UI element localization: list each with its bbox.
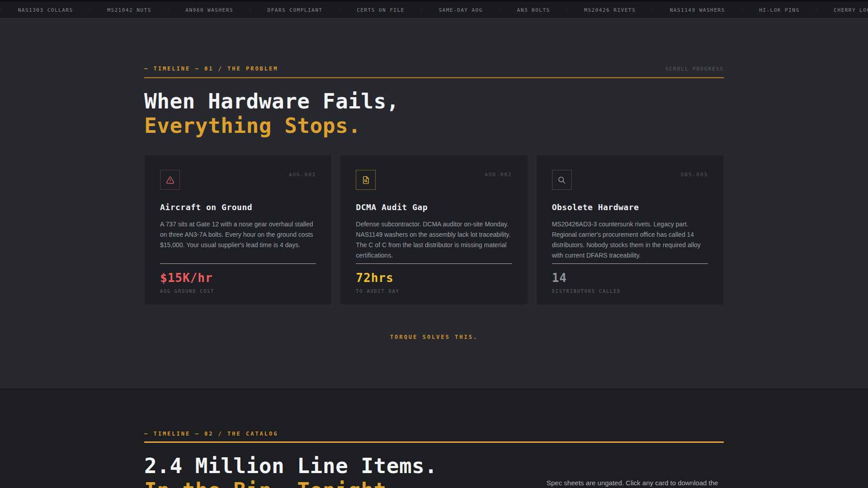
ticker-item: NAS1303 COLLARS: [2, 7, 90, 13]
card-stat-label: AOG GROUND COST: [160, 289, 316, 294]
magnifier-icon: [552, 170, 572, 190]
card-divider: [356, 263, 512, 264]
card-id-badge: AUD-002: [485, 170, 512, 178]
card-id-badge: OBS-003: [681, 170, 708, 178]
scroll-progress-label: SCROLL PROGRESS: [665, 66, 724, 72]
catalog-side-note: Spec sheets are ungated. Click any card …: [547, 478, 724, 488]
card-id-badge: AOG-001: [289, 170, 316, 178]
card-body-text: A 737 sits at Gate 12 with a nose gear o…: [160, 219, 316, 263]
section-the-catalog: — TIMELINE — 02 / THE CATALOG 2.4 Millio…: [0, 388, 868, 488]
card-stat-value: 72hrs: [356, 271, 512, 285]
file-search-icon: [356, 170, 376, 190]
card-body-text: Defense subcontractor. DCMA auditor on-s…: [356, 219, 512, 263]
card-stat-value: 14: [552, 271, 708, 285]
card-divider: [552, 263, 708, 264]
card-title: Obsolete Hardware: [552, 202, 708, 212]
card-body-text: MS20426AD3-3 countersunk rivets. Legacy …: [552, 219, 708, 263]
card-title: DCMA Audit Gap: [356, 202, 512, 212]
problem-card-obsolete-hardware: OBS-003 Obsolete Hardware MS20426AD3-3 c…: [536, 155, 724, 305]
problem-card-dcma-audit-gap: AUD-002 DCMA Audit Gap Defense subcontra…: [340, 155, 528, 305]
section-accent-rule: [144, 441, 724, 443]
ticker-item: AN960 WASHERS: [169, 7, 250, 13]
problem-card-aircraft-on-ground: AOG-001 Aircraft on Ground A 737 sits at…: [144, 155, 332, 305]
problem-heading: When Hardware Fails, Everything Stops.: [144, 89, 724, 138]
catalog-heading-line1: 2.4 Million Line Items.: [144, 454, 724, 478]
ticker-item: DFARS COMPLIANT: [251, 7, 339, 13]
torque-solves-this-kicker: TORQUE SOLVES THIS.: [144, 334, 724, 340]
ticker-item: CERTS ON FILE: [340, 7, 421, 13]
card-stat-label: TO AUDIT DAY: [356, 289, 512, 294]
parts-ticker-bar: · NAS1303 COLLARS · MS21042 NUTS · AN960…: [0, 0, 868, 19]
ticker-item: SAME-DAY AOG: [422, 7, 499, 13]
section-the-problem: — TIMELINE — 01 / THE PROBLEM SCROLL PRO…: [0, 19, 868, 388]
timeline-02-label: — TIMELINE — 02 / THE CATALOG: [144, 431, 278, 437]
card-title: Aircraft on Ground: [160, 202, 316, 212]
ticker-item: HI-LOK PINS: [743, 7, 816, 13]
warning-triangle-icon: [160, 170, 180, 190]
problem-heading-line1: When Hardware Fails,: [144, 89, 724, 113]
ticker-item: MS21042 NUTS: [91, 7, 167, 13]
ticker-item: NAS1149 WASHERS: [654, 7, 741, 13]
ticker-item: MS20426 RIVETS: [568, 7, 652, 13]
card-stat-value: $15K/hr: [160, 271, 316, 285]
scroll-progress-bar: [144, 77, 724, 78]
card-stat-label: DISTRIBUTORS CALLED: [552, 289, 708, 294]
ticker-item: CHERRY LOCKBOLTS: [817, 7, 868, 13]
timeline-01-label: — TIMELINE — 01 / THE PROBLEM: [144, 66, 278, 72]
card-divider: [160, 263, 316, 264]
problem-heading-line2: Everything Stops.: [144, 113, 724, 138]
ticker-item: AN3 BOLTS: [501, 7, 566, 13]
problem-cards-row: AOG-001 Aircraft on Ground A 737 sits at…: [144, 155, 724, 305]
